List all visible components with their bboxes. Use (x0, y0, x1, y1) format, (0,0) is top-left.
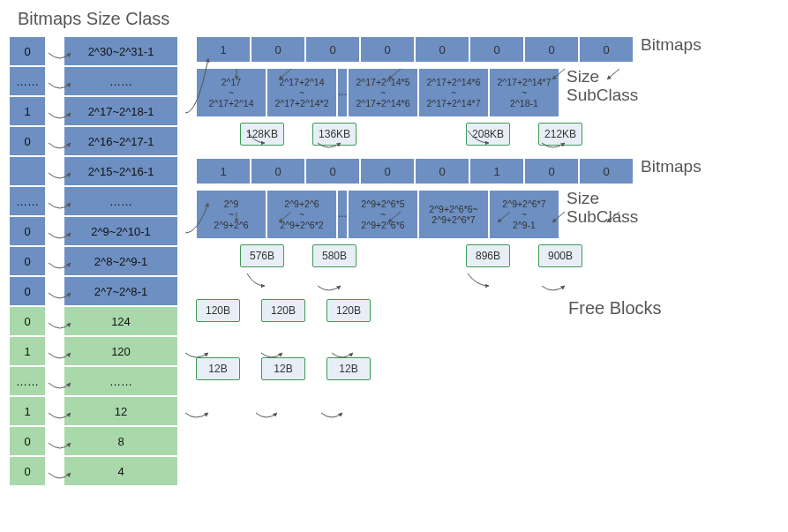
size-class-cell: 2^16~2^17-1 (64, 126, 178, 156)
sub-bitmap-cell: 1 (469, 158, 524, 184)
sub-bitmap-cell: 0 (305, 36, 360, 63)
sub-class-cell: 2^9+2^6 ~ 2^9+2^6*2 (266, 190, 337, 239)
size-class-cell: …… (64, 366, 178, 396)
block: 120B (326, 299, 371, 322)
sub-class-cell: 2^9+2^6*7 ~ 2^9-1 (489, 190, 559, 239)
block: 12B (196, 357, 240, 380)
sub-bitmap-cell: 0 (415, 36, 469, 63)
sub-bitmap-cell: 0 (579, 36, 634, 63)
sub-class-cell: 2^17+2^14*5 ~ 2^17+2^14*6 (348, 68, 418, 117)
sub-bitmap-cell: 0 (251, 158, 305, 184)
block: 212KB (538, 123, 582, 146)
size-class-cell: 2^7~2^8-1 (64, 276, 178, 306)
sub-class-cell: 2^9 ~ 2^9+2^6 (196, 190, 266, 239)
bitmap-cell: 1 (9, 336, 46, 366)
size-class-cell: 4 (64, 456, 178, 486)
block: 900B (538, 244, 582, 267)
bitmap-cell: 0 (9, 36, 46, 66)
sub-class-cell: ... (337, 190, 348, 239)
bitmap-cell: …… (9, 186, 46, 216)
block: 12B (261, 357, 305, 380)
block: 136KB (312, 123, 356, 146)
diagram-layout: 0……10……00001……100 2^30~2^31-1……2^17~2^18… (9, 36, 779, 486)
bitmap-cell: 0 (9, 456, 46, 486)
sub-class-cell: 2^17+2^14*6 ~ 2^17+2^14*7 (418, 68, 489, 117)
size-class-cell: 12 (64, 396, 178, 426)
sub-bitmap-cell: 0 (469, 36, 524, 63)
page-title: Bitmaps Size Class (18, 9, 779, 29)
bitmap-cell: 1 (9, 96, 46, 126)
size-class-column: 0……10……00001……100 2^30~2^31-1……2^17~2^18… (9, 36, 178, 486)
size-class-cell: …… (64, 66, 178, 96)
sub-bitmap-cell: 0 (579, 158, 634, 184)
free-blocks-group2: 576B 580B 896B 900B (240, 244, 779, 267)
sub-bitmap-cell: 1 (196, 158, 251, 184)
block: 120B (196, 299, 240, 322)
free-blocks-label: Free Blocks (568, 298, 662, 318)
size-class-cell: 2^15~2^16-1 (64, 156, 178, 186)
bitmap-cell: 0 (9, 246, 46, 276)
sub-class-cell: 2^9+2^6*6~ 2^9+2^6*7 (418, 190, 489, 239)
sub-bitmap-cell: 0 (524, 158, 579, 184)
sub-class-cell: ... (337, 68, 348, 117)
bitmap-cell: 1 (9, 396, 46, 426)
free-blocks-group1: 128KB 136KB 208KB 212KB (240, 123, 779, 146)
size-subclass-label: SizeSubClass (567, 190, 638, 227)
sub-bitmap-cell: 0 (305, 158, 360, 184)
size-class-cell: 120 (64, 336, 178, 366)
free-list-12: 12B 12B 12B (196, 357, 779, 380)
size-class-cell: 2^8~2^9-1 (64, 246, 178, 276)
sub-class-cell: 2^17+2^14*7 ~ 2^18-1 (489, 68, 559, 117)
bitmap-cell (9, 156, 46, 186)
sub-bitmap-cell: 0 (360, 158, 415, 184)
sub-bitmap-cell: 0 (360, 36, 415, 63)
size-class-cell: 8 (64, 426, 178, 456)
bitmap-cell: 0 (9, 126, 46, 156)
bitmap-cell: 0 (9, 306, 46, 336)
size-class-cell: 2^30~2^31-1 (64, 36, 178, 66)
bitmap-cell: 0 (9, 276, 46, 306)
sub-bitmap-cell: 0 (415, 158, 469, 184)
block: 12B (326, 357, 371, 380)
block: 128KB (240, 123, 284, 146)
bitmaps-label: Bitmaps (641, 158, 702, 176)
bitmap-cell: 0 (9, 426, 46, 456)
block: 896B (466, 244, 510, 267)
sub-bitmap-cell: 0 (524, 36, 579, 63)
block: 580B (312, 244, 356, 267)
bitmap-cell: …… (9, 366, 46, 396)
bitmap-cell: 0 (9, 216, 46, 246)
size-class-cell: 124 (64, 306, 178, 336)
block: 208KB (466, 123, 510, 146)
sub-class-cell: 2^17+2^14 ~ 2^17+2^14*2 (266, 68, 337, 117)
size-class-cell: …… (64, 186, 178, 216)
sub-bitmap-cell: 0 (251, 36, 305, 63)
size-class-cell: 2^9~2^10-1 (64, 216, 178, 246)
size-subclass-label: SizeSubClass (567, 68, 638, 105)
bitmaps-label: Bitmaps (641, 36, 702, 55)
sub-class-cell: 2^9+2^6*5 ~ 2^9+2^6*6 (348, 190, 418, 239)
sub-bitmap-cell: 1 (196, 36, 251, 63)
size-class-cell: 2^17~2^18-1 (64, 96, 178, 126)
bitmap-cell: …… (9, 66, 46, 96)
block: 120B (261, 299, 305, 322)
block: 576B (240, 244, 284, 267)
subclass-column: 10000000 Bitmaps 2^17 ~ 2^17+2^142^17+2^… (196, 36, 779, 387)
free-list-120: 120B 120B 120B Free Blocks (196, 299, 779, 322)
sub-class-cell: 2^17 ~ 2^17+2^14 (196, 68, 266, 117)
